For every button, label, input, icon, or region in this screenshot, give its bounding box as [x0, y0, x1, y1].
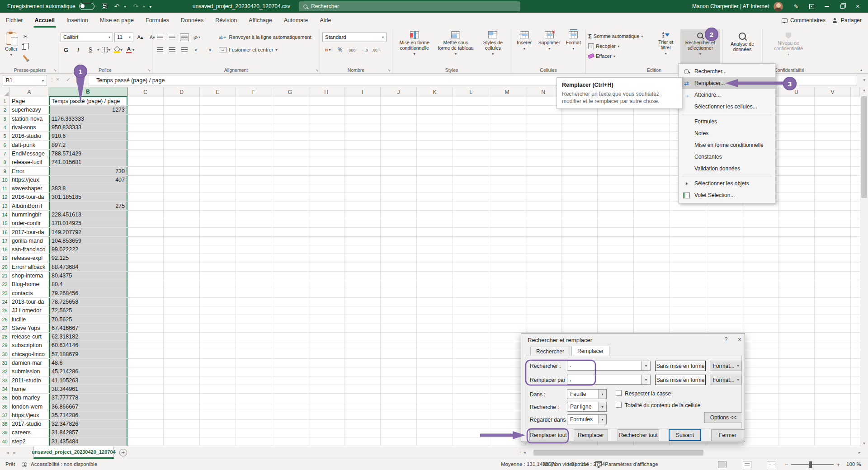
cell-a32[interactable]: submission [10, 367, 49, 376]
empty-cells[interactable] [127, 350, 860, 358]
cell-b24[interactable]: 78.725658 [49, 298, 127, 306]
vertical-scroll-thumb[interactable] [861, 96, 867, 198]
cell-a39[interactable]: careers [10, 428, 49, 437]
cell-a28[interactable]: release-curt [10, 333, 49, 341]
page-layout-view-button[interactable] [743, 461, 751, 468]
cell-b33[interactable]: 41.105263 [49, 376, 127, 385]
cell-a27[interactable]: Steve Yops [10, 324, 49, 332]
merge-center-button[interactable]: Fusionner et centrer ▾ [219, 44, 311, 55]
cell-a7[interactable]: EndMessage [10, 150, 49, 158]
cell-b6[interactable]: 897.2 [49, 141, 127, 149]
cell-b1[interactable]: Temps passé (page) / page [49, 97, 127, 105]
increase-decimal-button[interactable] [359, 45, 370, 54]
row-header-38[interactable]: 38 [0, 420, 10, 428]
column-header-N[interactable]: N [525, 87, 561, 97]
column-header-L[interactable]: L [453, 87, 489, 97]
row-header-37[interactable]: 37 [0, 411, 10, 419]
replace-all-button[interactable]: Remplacer tout [529, 429, 567, 441]
menu-item-remplacer[interactable]: Remplacer... [679, 77, 775, 89]
cell-b14[interactable]: 228.451613 [49, 211, 127, 219]
decrease-indent-button[interactable] [191, 45, 202, 54]
match-entire-checkbox[interactable] [616, 402, 622, 408]
number-format-select[interactable]: Standard▾ [322, 33, 387, 42]
cell-a11[interactable]: waveshaper [10, 184, 49, 193]
select-all-corner[interactable] [0, 87, 10, 97]
align-right-button[interactable] [179, 45, 190, 54]
find-no-format-button[interactable]: Sans mise en forme [655, 361, 706, 371]
cell-b21[interactable]: 80.4375 [49, 272, 127, 280]
cell-a8[interactable]: release-lucil [10, 158, 49, 166]
empty-cells[interactable] [127, 376, 860, 385]
cell-a38[interactable]: 2017-studio [10, 420, 49, 428]
column-header-B[interactable]: B [49, 87, 127, 97]
tab-formules[interactable]: Formules [140, 13, 175, 28]
cell-b2[interactable]: 1273 [49, 106, 127, 114]
search-order-select[interactable]: Par ligne▾ [567, 402, 607, 412]
user-name[interactable]: Manon Charpentier | AT Internet [692, 3, 769, 9]
column-header-I[interactable]: I [344, 87, 381, 97]
expand-formula-bar-icon[interactable]: ▾ [863, 78, 865, 82]
share-button[interactable]: Partager [833, 17, 862, 24]
empty-cells[interactable] [127, 341, 860, 349]
options-button[interactable]: Options << [704, 412, 742, 423]
dialog-close-icon[interactable]: × [736, 336, 744, 343]
menu-item-sélectionner-les-objets[interactable]: Sélectionner les objets [679, 178, 775, 189]
replace-input[interactable]: , [567, 375, 642, 385]
cell-b4[interactable]: 950.833333 [49, 123, 127, 132]
fill-button[interactable]: ↓ Recopier ▾ [588, 41, 651, 51]
row-header-34[interactable]: 34 [0, 385, 10, 393]
menu-item-formules[interactable]: Formules [679, 116, 775, 127]
font-size-select[interactable]: 11▾ [114, 33, 133, 42]
row-header-8[interactable]: 8 [0, 158, 10, 166]
row-header-5[interactable]: 5 [0, 132, 10, 140]
quick-access-caret-icon[interactable]: ▾ [149, 4, 151, 9]
insert-cells-button[interactable]: Insérer ▾ [514, 30, 535, 65]
cell-a14[interactable]: hummingbir [10, 211, 49, 219]
cell-a19[interactable]: release-expl [10, 254, 49, 262]
empty-cells[interactable] [127, 254, 860, 262]
empty-cells[interactable] [127, 333, 860, 341]
dialog-tab-remplacer[interactable]: Remplacer [571, 346, 609, 356]
align-left-button[interactable] [155, 45, 165, 54]
editing-mode-button[interactable]: ✎ [788, 0, 804, 13]
undo-caret-icon[interactable]: ▾ [124, 5, 126, 9]
conditional-formatting-button[interactable]: Mise en forme conditionnelle ▾ [395, 30, 434, 65]
format-painter-button[interactable] [20, 53, 31, 62]
cell-b8[interactable]: 741.015681 [49, 158, 127, 166]
cell-b29[interactable]: 60.634146 [49, 341, 127, 349]
cell-a9[interactable]: Error [10, 167, 49, 175]
search-input[interactable]: Rechercher [299, 1, 520, 11]
empty-cells[interactable] [127, 306, 860, 315]
row-header-39[interactable]: 39 [0, 428, 10, 437]
align-bottom-button[interactable] [179, 33, 190, 42]
cell-a17[interactable]: gorilla-mand [10, 237, 49, 245]
empty-cells[interactable] [127, 394, 860, 402]
cell-b11[interactable]: 383.8 [49, 184, 127, 193]
cell-a20[interactable]: ErrorFallback [10, 263, 49, 271]
cell-a40[interactable]: step2 [10, 437, 49, 446]
zoom-slider-thumb[interactable] [809, 461, 812, 468]
cell-a15[interactable]: order-confir [10, 219, 49, 227]
cell-b3[interactable]: 1176.333333 [49, 115, 127, 123]
column-header-D[interactable]: D [164, 87, 200, 97]
column-header-V[interactable]: V [815, 87, 851, 97]
row-header-3[interactable]: 3 [0, 115, 10, 123]
autosum-button[interactable]: Σ Somme automatique ▾ [588, 31, 651, 41]
align-middle-button[interactable] [167, 33, 178, 42]
empty-cells[interactable] [127, 211, 860, 219]
horizontal-scrollbar[interactable] [532, 449, 856, 456]
vertical-scrollbar[interactable]: ▲ ▼ [860, 87, 868, 446]
tab-aide[interactable]: Aide [314, 13, 337, 28]
cell-a16[interactable]: 2017-tour-da [10, 228, 49, 236]
fill-color-button[interactable]: ▾ [113, 45, 123, 54]
tab-fichier[interactable]: Fichier [0, 13, 29, 28]
row-header-7[interactable]: 7 [0, 150, 10, 158]
row-header-33[interactable]: 33 [0, 376, 10, 385]
menu-item-atteindre[interactable]: Atteindre... [679, 89, 775, 101]
cell-b31[interactable]: 48.6 [49, 359, 127, 367]
font-name-select[interactable]: Calibri▾ [61, 33, 113, 42]
column-header-G[interactable]: G [272, 87, 308, 97]
zoom-out-button[interactable]: − [785, 461, 788, 468]
cell-b25[interactable]: 72.5625 [49, 306, 127, 315]
cell-b40[interactable]: 31.435484 [49, 437, 127, 446]
